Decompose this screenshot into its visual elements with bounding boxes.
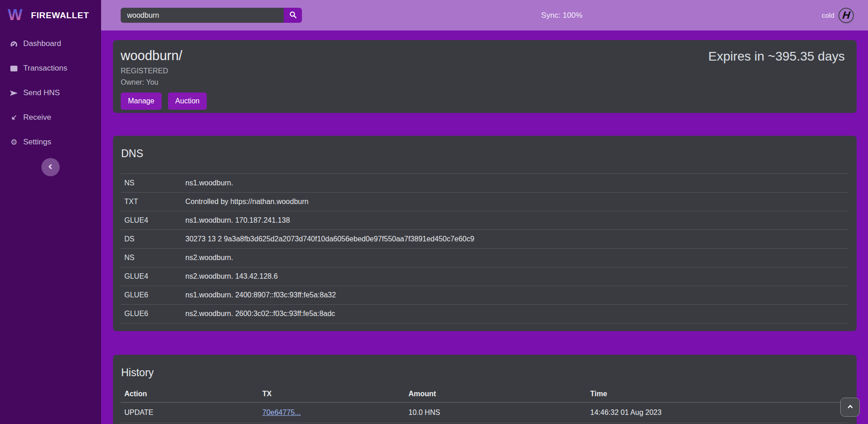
dns-record-row: NS ns1.woodburn. <box>121 174 849 193</box>
scroll-to-top-button[interactable] <box>840 398 860 417</box>
sidebar-item-dashboard[interactable]: Dashboard <box>0 31 101 56</box>
sidebar-nav: Dashboard Transactions Send HNS <box>0 31 101 154</box>
history-col-action: Action <box>121 390 262 398</box>
dns-record-value: ns1.woodburn. 170.187.241.138 <box>185 216 290 225</box>
sidebar-item-send-hns[interactable]: Send HNS <box>0 81 101 105</box>
sidebar-item-label: Transactions <box>23 64 67 73</box>
dns-record-value: ns2.woodburn. 143.42.128.6 <box>185 272 278 281</box>
brand: W FIREWALLET <box>0 0 101 31</box>
send-icon <box>10 89 18 97</box>
chevron-up-icon <box>847 403 854 412</box>
auction-button[interactable]: Auction <box>168 92 207 110</box>
history-row: UPDATE 70e64775... 10.0 HNS 14:46:32 01 … <box>121 403 849 423</box>
domain-actions: Manage Auction <box>121 92 845 110</box>
brand-name: FIREWALLET <box>31 10 89 20</box>
sidebar-item-label: Dashboard <box>23 39 61 48</box>
dns-record-value: ns2.woodburn. <box>185 254 233 262</box>
dns-record-value: ns2.woodburn. 2600:3c02::f03c:93ff:fe5a:… <box>185 310 335 318</box>
dns-record-type: GLUE4 <box>121 216 185 225</box>
main-content: woodburn/ REGISTERED Owner: You Manage A… <box>101 31 868 424</box>
dns-record-value: ns1.woodburn. <box>185 179 233 187</box>
dns-record-row: GLUE6 ns2.woodburn. 2600:3c02::f03c:93ff… <box>121 305 849 323</box>
history-time: 14:46:32 01 Aug 2023 <box>590 409 849 417</box>
history-card: History Action TX Amount Time UPDATE 70e… <box>113 355 857 424</box>
sidebar-collapse-button[interactable] <box>41 158 60 176</box>
dns-record-value: 30273 13 2 9a3a8fb3d625d2a2073d740f10da6… <box>185 235 474 243</box>
dns-record-row: NS ns2.woodburn. <box>121 249 849 267</box>
search-group <box>121 8 302 23</box>
history-title: History <box>121 367 849 379</box>
dns-record-type: GLUE6 <box>121 291 185 299</box>
history-action: UPDATE <box>121 409 262 417</box>
manage-button[interactable]: Manage <box>121 92 162 110</box>
domain-owner: Owner: You <box>121 78 845 87</box>
sidebar-item-settings[interactable]: ⚙ Settings <box>0 130 101 154</box>
history-col-tx: TX <box>262 390 408 398</box>
chevron-left-icon <box>47 163 54 172</box>
dns-record-type: GLUE4 <box>121 272 185 281</box>
dns-record-type: DS <box>121 235 185 243</box>
wallet-name-label: cold <box>822 11 834 19</box>
dns-record-row: GLUE4 ns1.woodburn. 170.187.241.138 <box>121 211 849 230</box>
sidebar-item-label: Receive <box>23 113 51 122</box>
dns-record-type: TXT <box>121 198 185 206</box>
handshake-logo-icon[interactable]: H <box>838 8 854 23</box>
dns-record-value: ns1.woodburn. 2400:8907::f03c:93ff:fe5a:… <box>185 291 336 299</box>
dns-record-row: TXT Controlled by https://nathan.woodbur… <box>121 193 849 211</box>
dns-record-row: GLUE6 ns1.woodburn. 2400:8907::f03c:93ff… <box>121 286 849 305</box>
svg-text:W: W <box>8 6 23 23</box>
tx-link[interactable]: 70e64775... <box>262 409 301 416</box>
search-button[interactable] <box>284 8 302 23</box>
dns-title: DNS <box>121 148 849 160</box>
sidebar: W FIREWALLET Dashboard <box>0 0 101 424</box>
dns-record-value: Controlled by https://nathan.woodburn <box>185 198 308 206</box>
dashboard-icon <box>10 40 18 48</box>
dns-record-type: NS <box>121 179 185 187</box>
history-amount: 10.0 HNS <box>408 409 590 417</box>
domain-expiry: Expires in ~395.35 days <box>708 49 845 64</box>
domain-status: REGISTERED <box>121 67 845 75</box>
dns-record-row: DS 30273 13 2 9a3a8fb3d625d2a2073d740f10… <box>121 230 849 249</box>
dns-table: NS ns1.woodburn. TXT Controlled by https… <box>121 174 849 323</box>
topbar: Sync: 100% cold H <box>101 0 868 31</box>
dns-record-type: NS <box>121 254 185 262</box>
wallet-status-group: cold H <box>822 8 854 23</box>
dns-card: DNS NS ns1.woodburn. TXT Controlled by h… <box>113 136 857 331</box>
sidebar-item-transactions[interactable]: Transactions <box>0 56 101 81</box>
sidebar-item-receive[interactable]: Receive <box>0 105 101 130</box>
sidebar-item-label: Send HNS <box>23 88 60 97</box>
history-header-row: Action TX Amount Time <box>121 385 849 403</box>
gear-icon: ⚙ <box>10 138 18 146</box>
sidebar-item-label: Settings <box>23 138 51 147</box>
receive-arrow-icon <box>10 114 18 122</box>
dns-record-row: GLUE4 ns2.woodburn. 143.42.128.6 <box>121 267 849 286</box>
search-input[interactable] <box>121 8 284 23</box>
sync-status: Sync: 100% <box>302 11 822 20</box>
search-icon <box>289 11 297 20</box>
firewallet-logo-icon: W <box>7 5 26 26</box>
history-rows: UPDATE 70e64775... 10.0 HNS 14:46:32 01 … <box>121 403 849 424</box>
history-table: Action TX Amount Time UPDATE 70e64775...… <box>121 385 849 424</box>
domain-card: woodburn/ REGISTERED Owner: You Manage A… <box>113 40 857 113</box>
transactions-icon <box>10 65 18 72</box>
dns-record-type: GLUE6 <box>121 310 185 318</box>
history-col-amount: Amount <box>408 390 590 398</box>
history-col-time: Time <box>590 390 849 398</box>
